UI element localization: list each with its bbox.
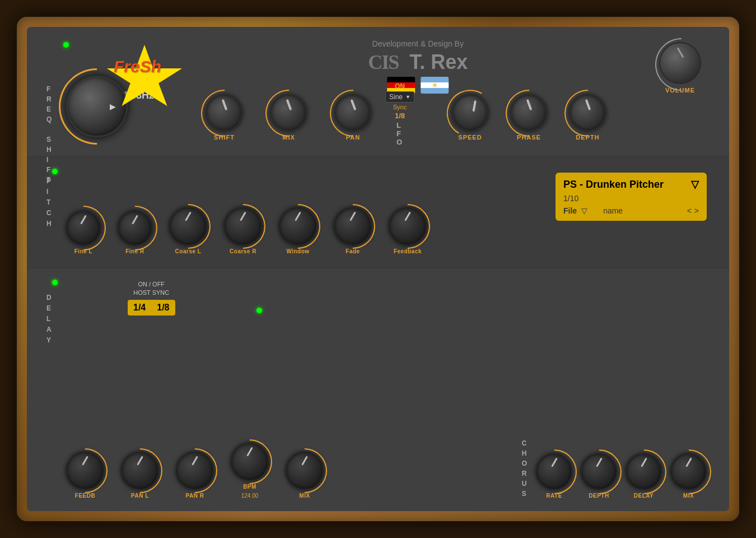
delay-led [52, 280, 58, 285]
feedb-knob[interactable] [66, 452, 104, 490]
file-dropdown-arrow[interactable]: ▽ [581, 206, 587, 215]
fine-l-control: Fine L [66, 211, 101, 254]
volume-area: VOLUME [659, 42, 701, 94]
delay-mix-control: MIX [286, 452, 324, 499]
fade-control: Fade [334, 207, 372, 254]
freq-shift-knob[interactable] [66, 76, 128, 137]
chorus-label: CHORUS [522, 438, 528, 499]
lfo-waveform-dropdown[interactable]: Sine ▼ [385, 91, 414, 103]
bpm-label: BPM [243, 484, 256, 490]
shift-control: SHIFT [206, 95, 242, 141]
preset-nav: < > [687, 206, 699, 215]
file-label: File [563, 206, 577, 215]
speed-knob[interactable] [445, 88, 495, 138]
bpm-control: BPM 124.00 [231, 443, 269, 499]
window-label: Window [286, 248, 309, 254]
depth-control: DEPTH [570, 95, 606, 141]
coarse-l-label: Coarse L [175, 248, 202, 254]
chorus-rate-knob[interactable] [536, 453, 572, 490]
pitch-label: PITCH [46, 177, 52, 228]
chorus-depth-knob[interactable] [581, 453, 617, 490]
preset-number: 1/10 [563, 194, 699, 203]
delay-time2[interactable]: 1/8 [157, 303, 169, 313]
fade-label: Fade [346, 248, 360, 254]
delay-time-box: 1/4 1/8 [128, 300, 175, 316]
delay-mix-label: MIX [299, 493, 310, 499]
chorus-rate-control: RATE [536, 453, 572, 499]
bpm-value: 124.00 [241, 493, 259, 499]
feedback-knob[interactable] [389, 207, 427, 245]
section-mid: PITCH Fine L Fine R Coarse L [27, 157, 729, 267]
fresh-label: FreSh [114, 57, 161, 76]
chorus-mix-knob[interactable] [670, 453, 707, 490]
pan-l-knob[interactable] [121, 452, 159, 490]
fade-knob[interactable] [334, 207, 372, 245]
lfo-sync-label: Sync [393, 104, 407, 110]
chorus-depth-control: DEPTH [581, 453, 617, 499]
mix-control: MIX [270, 95, 307, 141]
chorus-mix-control: MIX [670, 453, 707, 499]
phase-knob[interactable] [511, 95, 547, 131]
pan-l-label: PAN L [131, 493, 149, 499]
pan-l-control: PAN L [121, 452, 159, 499]
shift-knob[interactable] [206, 95, 242, 131]
coarse-r-label: Coarse R [230, 248, 256, 254]
chorus-delay-control: DELAY [626, 453, 662, 499]
feedback-label: Feedback [394, 248, 422, 254]
feedback-control: Feedback [389, 207, 427, 254]
freq-led [63, 42, 69, 48]
preset-box: PS - Drunken Pitcher ▽ 1/10 File ▽ name … [556, 173, 707, 221]
name-label: name [603, 206, 623, 215]
brand-logo: CIS [368, 50, 398, 74]
feedb-label: FEEDB [75, 493, 95, 499]
coarse-l-knob[interactable] [169, 207, 207, 245]
on-off-label: ON / OFF [138, 281, 165, 287]
depth-knob[interactable] [570, 95, 606, 131]
section-top: 1934.88Hz FreSh Development & Design By … [27, 27, 729, 156]
window-control: Window [279, 207, 317, 254]
pitch-led [52, 169, 58, 174]
fine-r-knob[interactable] [118, 211, 152, 245]
flag-argentina [421, 77, 449, 94]
fine-r-control: Fine R [118, 211, 152, 254]
bpm-led [256, 308, 262, 313]
window-knob[interactable] [279, 207, 317, 245]
volume-knob[interactable] [659, 42, 701, 84]
preset-prev[interactable]: < [687, 206, 692, 215]
pan-control: PAN [335, 95, 371, 141]
delay-label: DELAY [46, 294, 52, 344]
preset-dropdown-arrow[interactable]: ▽ [691, 178, 699, 191]
wood-frame: 1934.88Hz FreSh Development & Design By … [17, 17, 739, 521]
fine-l-knob[interactable] [66, 211, 101, 245]
phase-control: PHASE [511, 95, 547, 141]
lfo-on-label: ON [395, 82, 405, 90]
pan-r-knob[interactable] [176, 452, 214, 490]
preset-next[interactable]: > [694, 206, 699, 215]
host-sync-label: HOST SYNC [133, 289, 169, 296]
coarse-r-knob[interactable] [224, 207, 262, 245]
dev-text: Development & Design By [368, 39, 468, 48]
mix-knob[interactable] [270, 95, 307, 131]
feedb-control: FEEDB [66, 452, 104, 499]
coarse-l-control: Coarse L [169, 207, 207, 254]
plugin-body: 1934.88Hz FreSh Development & Design By … [27, 27, 729, 511]
bpm-knob[interactable] [231, 443, 269, 481]
coarse-r-control: Coarse R [224, 207, 262, 254]
pan-knob[interactable] [335, 95, 371, 131]
lfo-sync-value: 1/8 [395, 112, 405, 120]
pan-r-label: PAN R [186, 493, 204, 499]
lfo-label: LFO [396, 121, 403, 146]
section-bot: DELAY ON / OFF HOST SYNC 1/4 1/8 [27, 268, 729, 511]
brand-name: T. Rex [409, 50, 468, 74]
delay-mix-knob[interactable] [286, 452, 324, 490]
chorus-delay-knob[interactable] [626, 453, 662, 490]
preset-name-text: PS - Drunken Pitcher [563, 179, 664, 191]
delay-time1[interactable]: 1/4 [133, 303, 146, 313]
speed-control: SPEED [452, 95, 488, 141]
pan-r-control: PAN R [176, 452, 214, 499]
